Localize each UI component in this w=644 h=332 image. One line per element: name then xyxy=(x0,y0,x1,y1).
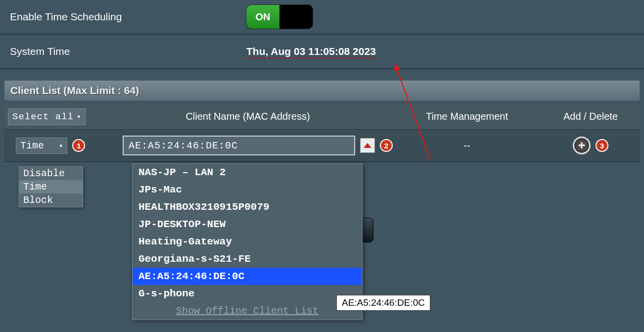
col-time-management: Time Management xyxy=(393,111,541,122)
enable-scheduling-label: Enable Time Scheduling xyxy=(0,11,232,23)
enable-scheduling-value: ON xyxy=(232,5,644,29)
mac-address-input[interactable] xyxy=(123,136,355,155)
add-button[interactable]: + xyxy=(573,137,591,154)
client-dropdown-list: NAS-JP – LAN 2JPs-MacHEALTHBOX3210915P00… xyxy=(132,163,363,320)
client-row: Time ▾ 1 2 -- + 3 xyxy=(4,130,640,162)
system-time-value: Thu, Aug 03 11:05:08 2023 xyxy=(246,46,376,58)
client-option[interactable]: JPs-Mac xyxy=(133,181,362,198)
annotation-badge-3: 3 xyxy=(596,139,608,152)
column-headers: Select all ▾ Client Name (MAC Address) T… xyxy=(4,104,640,130)
system-time-value-cell: Thu, Aug 03 11:05:08 2023 xyxy=(232,46,644,57)
toggle-on-label: ON xyxy=(246,5,279,29)
triangle-up-icon xyxy=(364,143,371,148)
mode-option[interactable]: Time xyxy=(19,180,83,193)
mac-tooltip: AE:A5:24:46:DE:0C xyxy=(336,295,430,311)
select-all-dropdown[interactable]: Select all ▾ xyxy=(8,108,86,125)
row-system-time: System Time Thu, Aug 03 11:05:08 2023 xyxy=(0,35,644,69)
client-option[interactable]: NAS-JP – LAN 2 xyxy=(133,164,362,181)
client-option[interactable]: JP-DESKTOP-NEW xyxy=(133,216,362,233)
client-option[interactable]: Georgiana-s-S21-FE xyxy=(133,250,362,268)
time-management-value: -- xyxy=(393,140,541,151)
mode-option[interactable]: Disable xyxy=(19,167,83,180)
mode-option[interactable]: Block xyxy=(19,193,83,207)
annotation-badge-1: 1 xyxy=(72,139,85,152)
col-client-name: Client Name (MAC Address) xyxy=(103,111,393,122)
mode-dropdown-value: Time xyxy=(20,140,44,151)
client-option[interactable]: Heating-Gateway xyxy=(133,233,362,250)
chevron-down-icon: ▾ xyxy=(59,142,63,150)
system-time-label: System Time xyxy=(0,46,232,57)
mode-dropdown-list: DisableTimeBlock xyxy=(19,166,83,207)
toggle-off-side xyxy=(279,5,313,29)
col-add-delete: Add / Delete xyxy=(541,111,640,122)
client-option[interactable]: HEALTHBOX3210915P0079 xyxy=(133,198,362,216)
col-select-all: Select all ▾ xyxy=(4,108,103,125)
chevron-down-icon: ▾ xyxy=(77,112,81,121)
dropdown-collapse-button[interactable] xyxy=(360,138,375,153)
show-offline-clients-link[interactable]: Show Offline Client List xyxy=(133,302,362,320)
scheduling-toggle[interactable]: ON xyxy=(246,5,313,29)
annotation-badge-2: 2 xyxy=(380,139,393,152)
select-all-label: Select all xyxy=(12,111,74,122)
plus-icon: + xyxy=(578,139,585,152)
client-option[interactable]: G-s-phone xyxy=(133,285,362,302)
client-option[interactable]: AE:A5:24:46:DE:0C xyxy=(133,268,362,285)
mode-dropdown[interactable]: Time ▾ xyxy=(16,138,67,154)
client-list-header: Client List (Max Limit : 64) xyxy=(4,80,640,101)
row-enable-scheduling: Enable Time Scheduling ON xyxy=(0,0,644,35)
